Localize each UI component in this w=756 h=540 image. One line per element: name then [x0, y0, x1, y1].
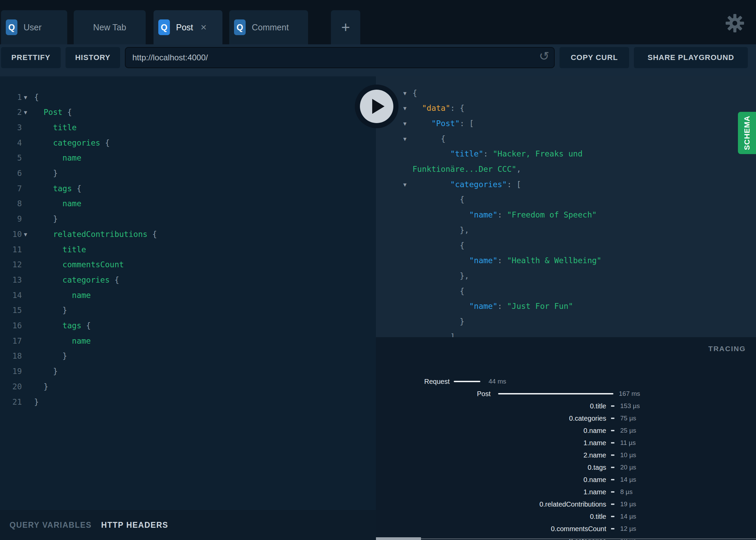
fold-arrow-icon[interactable]: ▾ [403, 86, 407, 101]
token-key: "name" [469, 256, 497, 265]
line-number: 17 [0, 333, 22, 349]
response-line: { [460, 284, 465, 299]
tracing-row: Post167 ms [376, 388, 756, 400]
line-number: 5 [0, 150, 22, 166]
line-number: 9 [0, 211, 22, 227]
tracing-row: Request44 ms [376, 375, 756, 388]
fold-arrow-icon[interactable]: ▾ [403, 177, 407, 192]
tracing-label: 0.tags [588, 461, 606, 474]
token-field: tags [53, 184, 72, 193]
token-punc: { [412, 89, 417, 97]
query-editor[interactable]: 1▾{2▾Post {3title4categories {5name6}7ta… [0, 76, 376, 510]
line-number: 2 [0, 105, 22, 120]
endpoint-input[interactable]: http://localhost:4000/ ↺ [125, 47, 555, 68]
tab-comment[interactable]: QComment [229, 10, 308, 44]
tracing-dash [611, 491, 614, 493]
fold-arrow-icon[interactable]: ▾ [24, 227, 27, 242]
response-line: { [460, 238, 465, 253]
response-line: }, [460, 223, 469, 238]
tracing-dash [611, 528, 614, 529]
schema-tab[interactable]: SCHEMA [738, 112, 756, 154]
close-icon[interactable]: × [201, 22, 207, 32]
new-tab-button[interactable]: + [331, 10, 360, 44]
share-playground-label: SHARE PLAYGROUND [648, 53, 734, 62]
query-line: name [72, 288, 91, 303]
tracing-time: 20 µs [620, 461, 636, 474]
history-button[interactable]: HISTORY [66, 47, 120, 68]
tracing-time: 167 ms [619, 388, 640, 400]
tracing-row: 0.relatedContributions19 µs [376, 498, 756, 510]
query-badge: Q [158, 19, 170, 35]
fold-arrow-icon[interactable]: ▾ [24, 90, 27, 105]
line-number: 13 [0, 272, 22, 288]
tab-post[interactable]: QPost× [154, 10, 222, 44]
tab-user[interactable]: QUser [1, 10, 67, 44]
line-number: 7 [0, 181, 22, 196]
token-punc: } [34, 397, 39, 406]
copy-curl-button[interactable]: COPY CURL [559, 47, 629, 68]
token-field: relatedContributions [53, 230, 147, 239]
tracing-row: 0.title14 µs [376, 510, 756, 523]
fold-arrow-icon[interactable]: ▾ [403, 101, 407, 116]
tracing-dash [611, 430, 614, 431]
gear-icon[interactable] [725, 14, 744, 33]
history-label: HISTORY [75, 53, 111, 62]
token-field: name [72, 291, 91, 300]
token-punc: } [460, 317, 465, 326]
horizontal-scrollbar-track[interactable] [376, 538, 756, 539]
tracing-label: 0.title [590, 400, 606, 412]
response-line: "title": "Hacker, Freaks und [450, 146, 583, 162]
tracing-row: 0.title153 µs [376, 400, 756, 412]
execute-button[interactable] [355, 85, 398, 128]
token-punc: , [517, 165, 521, 174]
fold-arrow-icon[interactable]: ▾ [403, 116, 407, 131]
token-punc: { [460, 287, 465, 296]
query-line: name [62, 196, 81, 211]
tracing-label: 0.categories [569, 412, 606, 424]
tab-label: Post [176, 22, 193, 32]
response-line: "data": { [422, 101, 465, 116]
horizontal-scrollbar-thumb[interactable] [376, 537, 421, 540]
token-str: "Freedom of Speech" [507, 210, 597, 219]
tracing-bar [454, 381, 480, 382]
fold-arrow-icon[interactable]: ▾ [24, 105, 27, 120]
tracing-label: 0.title [590, 510, 606, 523]
tracing-row: 0.tags20 µs [376, 461, 756, 474]
token-punc: { [147, 230, 157, 239]
token-field: title [62, 245, 86, 254]
response-line: "Post": [ [431, 116, 474, 131]
token-str: "Just For Fun" [507, 302, 573, 311]
token-punc: } [62, 306, 67, 315]
line-number: 3 [0, 120, 22, 135]
line-number: 21 [0, 394, 22, 410]
response-line: "name": "Health & Wellbeing" [469, 253, 601, 268]
tracing-dash [611, 479, 614, 480]
line-number: 15 [0, 303, 22, 318]
line-number: 18 [0, 348, 22, 364]
line-number: 14 [0, 288, 22, 303]
share-playground-button[interactable]: SHARE PLAYGROUND [634, 47, 748, 68]
fold-arrow-icon[interactable]: ▾ [403, 131, 407, 147]
token-punc: } [53, 169, 58, 178]
query-line: categories { [53, 135, 110, 151]
response-line: { [460, 192, 465, 207]
token-punc: { [100, 138, 110, 147]
tab-http-headers[interactable]: HTTP HEADERS [101, 521, 169, 530]
tracing-label: Request [424, 375, 450, 388]
tracing-row: 0.commentsCount12 µs [376, 523, 756, 535]
refresh-icon[interactable]: ↺ [539, 49, 549, 63]
tab-new-tab[interactable]: New Tab [74, 10, 146, 44]
tracing-time: 19 µs [620, 498, 636, 510]
token-okey: "data" [422, 104, 450, 112]
tab-query-variables[interactable]: QUERY VARIABLES [10, 521, 92, 530]
tracing-time: 14 µs [620, 474, 636, 486]
response-line: "categories": [ [450, 177, 521, 192]
line-number: 11 [0, 242, 22, 257]
tracing-label: 0.relatedContributions [539, 498, 606, 510]
tracing-time: 153 µs [620, 400, 640, 412]
tracing-row: 0.categories75 µs [376, 412, 756, 424]
token-str: "Health & Wellbeing" [507, 256, 601, 265]
line-number: 19 [0, 364, 22, 379]
query-line: } [44, 379, 48, 394]
prettify-button[interactable]: PRETTIFY [1, 47, 61, 68]
